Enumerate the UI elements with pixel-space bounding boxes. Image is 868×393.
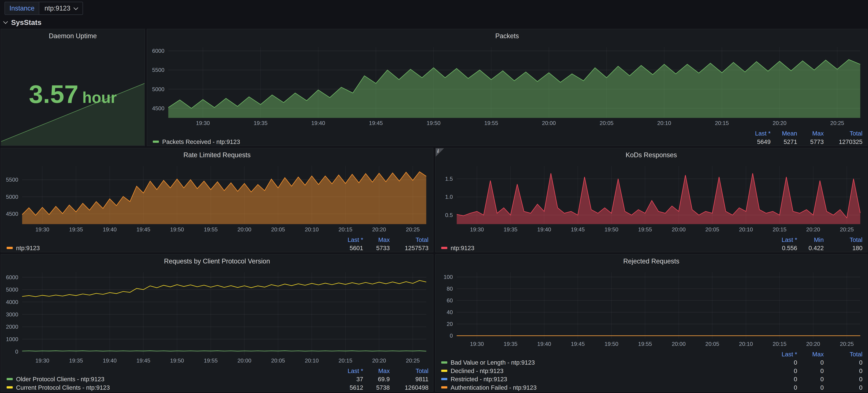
svg-text:19:55: 19:55 <box>638 226 652 233</box>
row-sysstats[interactable]: SysStats <box>0 17 868 28</box>
rate-limited-legend: Last *MaxTotalntp:9123560157331257573 <box>1 234 433 252</box>
legend-column-header[interactable]: Max <box>363 236 390 242</box>
legend-value: 0 <box>771 384 797 390</box>
variable-label[interactable]: Instance <box>4 2 39 15</box>
packets-chart[interactable]: 450050005500600019:3019:3519:4019:4519:5… <box>147 42 867 128</box>
legend-series-name[interactable]: Current Protocol Clients - ntp:9123 <box>7 384 337 390</box>
legend-column-header[interactable]: Last * <box>744 130 771 136</box>
legend-header: Last *MinTotal <box>441 235 862 243</box>
svg-text:20:25: 20:25 <box>840 226 854 233</box>
svg-text:4000: 4000 <box>6 299 18 305</box>
svg-text:19:55: 19:55 <box>204 226 218 233</box>
legend-series-name[interactable]: Authentication Failed - ntp:9123 <box>441 384 771 390</box>
svg-text:20:00: 20:00 <box>238 357 251 364</box>
legend-value: 0 <box>797 375 824 382</box>
rate-limited-chart[interactable]: 45005000550019:3019:3519:4019:4519:5019:… <box>1 162 433 234</box>
svg-text:1.0: 1.0 <box>445 194 453 200</box>
legend-column-header[interactable]: Last * <box>337 367 363 374</box>
svg-text:5000: 5000 <box>152 86 164 92</box>
legend-value: 1270325 <box>824 138 863 145</box>
svg-text:20:15: 20:15 <box>715 120 729 126</box>
svg-text:20:05: 20:05 <box>600 120 614 126</box>
svg-text:19:45: 19:45 <box>369 120 383 126</box>
legend-value: 0 <box>771 359 797 365</box>
legend-value: 0 <box>771 375 797 382</box>
chevron-down-icon <box>73 5 78 10</box>
panel-title[interactable]: Requests by Client Protocol Version <box>1 255 433 268</box>
panel-packets: Packets 450050005500600019:3019:3519:401… <box>147 29 867 146</box>
legend-series-name[interactable]: Bad Value or Length - ntp:9123 <box>441 359 771 365</box>
svg-text:19:30: 19:30 <box>470 341 484 347</box>
instance-dropdown[interactable]: ntp:9123 <box>39 2 83 15</box>
legend-series-name[interactable]: ntp:9123 <box>7 244 337 251</box>
legend-series-name[interactable]: Older Protocol Clients - ntp:9123 <box>7 375 337 382</box>
legend-column-header[interactable]: Min <box>797 236 824 242</box>
protocol-version-chart[interactable]: 010002000300040005000600019:3019:3519:40… <box>1 268 433 365</box>
svg-text:20:15: 20:15 <box>773 341 786 347</box>
svg-text:20:10: 20:10 <box>657 120 671 126</box>
series-color-swatch <box>441 247 447 249</box>
legend-row: Authentication Failed - ntp:9123000 <box>441 383 862 391</box>
stat-unit: hour <box>82 89 117 107</box>
chart-svg: 450050005500600019:3019:3519:4019:4519:5… <box>147 42 867 128</box>
panel-rejected: Rejected Requests 02040608010019:3019:35… <box>435 254 867 392</box>
legend-column-header[interactable]: Last * <box>771 236 797 242</box>
legend-column-header[interactable]: Total <box>824 351 863 357</box>
svg-text:40: 40 <box>446 309 453 315</box>
legend-column-header[interactable]: Total <box>390 236 429 242</box>
panel-title[interactable]: KoDs Responses <box>436 148 867 162</box>
svg-text:20:20: 20:20 <box>806 226 820 233</box>
series-color-swatch <box>7 247 13 249</box>
stat-value: 3.57 hour <box>1 42 145 145</box>
info-corner-triangle <box>436 148 444 157</box>
panel-title[interactable]: Daemon Uptime <box>1 29 145 42</box>
series-color-swatch <box>441 361 447 363</box>
svg-text:5000: 5000 <box>6 287 18 293</box>
legend-value: 0 <box>771 367 797 374</box>
svg-text:0.5: 0.5 <box>445 212 453 218</box>
svg-text:19:50: 19:50 <box>170 357 184 364</box>
legend-value: 1260498 <box>390 384 429 390</box>
svg-text:19:45: 19:45 <box>136 226 150 233</box>
svg-text:19:30: 19:30 <box>35 226 49 233</box>
legend-column-header[interactable]: Last * <box>771 351 797 357</box>
svg-text:0: 0 <box>15 349 19 355</box>
legend-column-header[interactable]: Last * <box>337 236 363 242</box>
stat-number: 3.57 <box>29 79 79 109</box>
svg-text:4500: 4500 <box>6 211 18 217</box>
legend-column-header[interactable]: Max <box>797 351 824 357</box>
legend-series-name[interactable]: ntp:9123 <box>441 244 771 251</box>
svg-text:19:45: 19:45 <box>136 357 150 364</box>
legend-series-name[interactable]: Restricted - ntp:9123 <box>441 375 771 382</box>
legend-header: Last *MaxTotal <box>441 350 862 358</box>
panel-info-icon[interactable]: i <box>436 148 444 157</box>
legend-series-name[interactable]: Declined - ntp:9123 <box>441 367 771 374</box>
legend-header: Last *MeanMaxTotal <box>153 129 862 137</box>
chevron-down-icon <box>3 19 8 24</box>
legend-column-header[interactable]: Total <box>824 130 863 136</box>
legend-column-header[interactable]: Total <box>824 236 863 242</box>
legend-value: 0 <box>824 367 863 374</box>
series-color-swatch <box>441 386 447 388</box>
svg-text:20: 20 <box>446 321 453 327</box>
legend-column-header[interactable]: Total <box>390 367 429 374</box>
svg-text:60: 60 <box>446 297 453 304</box>
rejected-chart[interactable]: 02040608010019:3019:3519:4019:4519:5019:… <box>436 268 867 349</box>
legend-series-name[interactable]: Packets Received - ntp:9123 <box>153 138 744 145</box>
svg-text:19:40: 19:40 <box>103 357 117 364</box>
svg-text:19:45: 19:45 <box>571 341 585 347</box>
panel-title[interactable]: Rate Limited Requests <box>1 148 433 162</box>
legend-column-header[interactable]: Max <box>363 367 390 374</box>
legend-column-header[interactable]: Max <box>797 130 824 136</box>
panel-title[interactable]: Packets <box>147 29 867 42</box>
legend-row: Older Protocol Clients - ntp:91233769.99… <box>7 374 429 383</box>
legend-column-header[interactable]: Mean <box>771 130 797 136</box>
svg-text:5500: 5500 <box>152 67 164 73</box>
series-color-swatch <box>441 378 447 380</box>
svg-text:19:50: 19:50 <box>604 226 618 233</box>
svg-text:19:35: 19:35 <box>69 226 83 233</box>
svg-text:20:25: 20:25 <box>840 341 854 347</box>
panel-title[interactable]: Rejected Requests <box>436 255 867 268</box>
svg-text:19:30: 19:30 <box>35 357 49 364</box>
kods-chart[interactable]: 0.51.01.519:3019:3519:4019:4519:5019:552… <box>436 162 867 234</box>
